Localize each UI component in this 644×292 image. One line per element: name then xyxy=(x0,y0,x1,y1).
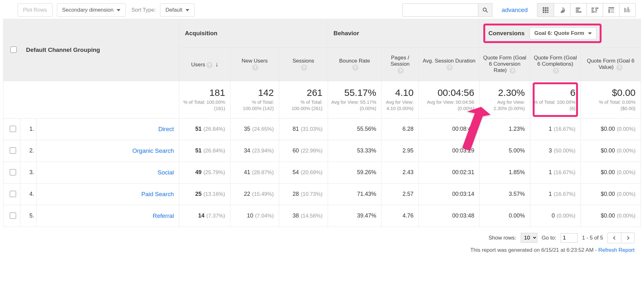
row-checkbox[interactable] xyxy=(10,169,16,175)
refresh-report-link[interactable]: Refresh Report xyxy=(598,247,635,253)
view-table-button[interactable] xyxy=(537,3,554,17)
svg-point-0 xyxy=(483,8,486,11)
goto-label: Go to: xyxy=(542,235,556,241)
col-users[interactable]: Users?↓ xyxy=(179,48,230,81)
plot-rows-button[interactable]: Plot Rows xyxy=(18,3,53,17)
group-behavior: Behavior xyxy=(328,19,480,48)
svg-rect-26 xyxy=(628,7,629,12)
svg-rect-22 xyxy=(610,9,614,11)
advanced-link[interactable]: advanced xyxy=(502,7,528,14)
view-pie-button[interactable] xyxy=(554,3,570,17)
view-cloud-button[interactable] xyxy=(619,3,636,17)
col-sessions[interactable]: Sessions? xyxy=(279,48,328,81)
sort-desc-icon: ↓ xyxy=(215,61,218,68)
col-new-users[interactable]: New Users? xyxy=(230,48,279,81)
svg-rect-10 xyxy=(547,12,548,13)
table-footer: Show rows: 10 Go to: 1 - 5 of 5 xyxy=(3,227,641,245)
view-pivot-button[interactable] xyxy=(603,3,619,17)
row-checkbox[interactable] xyxy=(10,191,16,197)
dimension-link[interactable]: Direct xyxy=(158,126,174,132)
row-range: 1 - 5 of 5 xyxy=(582,235,603,241)
view-comparison-button[interactable] xyxy=(586,3,603,17)
pie-icon xyxy=(559,7,565,13)
pager xyxy=(608,233,635,243)
svg-rect-2 xyxy=(543,7,544,9)
table-row: 3. Social 49(25.79%) 41(28.87%) 54(20.69… xyxy=(3,162,641,183)
table-row: 5. Referral 14(7.37%) 10(7.04%) 38(14.56… xyxy=(3,205,641,227)
dimension-link[interactable]: Paid Search xyxy=(142,191,174,197)
svg-line-1 xyxy=(486,11,487,13)
svg-rect-3 xyxy=(545,7,547,9)
help-icon[interactable]: ? xyxy=(252,64,258,71)
secondary-dimension-label: Secondary dimension xyxy=(62,7,114,13)
chevron-down-icon xyxy=(186,9,189,11)
dimension-link[interactable]: Organic Search xyxy=(132,147,174,154)
show-rows-select[interactable]: 10 xyxy=(521,233,537,243)
svg-rect-6 xyxy=(545,9,547,11)
svg-rect-17 xyxy=(595,9,597,11)
report-table: Default Channel Grouping Acquisition Beh… xyxy=(3,19,641,227)
svg-rect-18 xyxy=(591,11,595,13)
help-icon[interactable]: ? xyxy=(616,64,623,71)
bar-icon xyxy=(575,7,582,13)
svg-rect-11 xyxy=(576,8,580,9)
search-icon xyxy=(482,7,488,13)
comparison-icon xyxy=(591,7,598,13)
next-page-button[interactable] xyxy=(621,233,634,243)
help-icon[interactable]: ? xyxy=(301,64,307,71)
chevron-right-icon xyxy=(626,236,630,240)
chevron-down-icon xyxy=(117,9,120,11)
search-button[interactable] xyxy=(478,3,492,17)
dimension-link[interactable]: Social xyxy=(158,169,174,176)
view-mode-toggle xyxy=(537,3,636,17)
help-icon[interactable]: ? xyxy=(352,64,358,71)
svg-rect-12 xyxy=(576,9,579,11)
col-avg-dur[interactable]: Avg. Session Duration? xyxy=(419,48,480,81)
help-icon[interactable]: ? xyxy=(397,68,404,74)
row-checkbox[interactable] xyxy=(10,126,16,132)
col-goal-comp[interactable]: Quote Form (Goal 6 Completions)? xyxy=(530,48,581,81)
chevron-left-icon xyxy=(613,236,616,240)
group-conversions: Conversions Goal 6: Quote Form xyxy=(480,19,641,48)
row-checkbox[interactable] xyxy=(10,147,16,154)
table-row: 4. Paid Search 25(13.16%) 22(15.49%) 28(… xyxy=(3,183,641,205)
dimension-link[interactable]: Referral xyxy=(153,212,174,219)
col-pages[interactable]: Pages / Session? xyxy=(381,48,419,81)
svg-rect-19 xyxy=(595,11,597,13)
help-icon[interactable]: ? xyxy=(206,62,213,68)
svg-rect-15 xyxy=(595,8,598,9)
table-row: 1. Direct 51(26.84%) 35(24.65%) 81(31.03… xyxy=(3,118,641,140)
conversions-label: Conversions xyxy=(488,30,525,37)
view-bar-button[interactable] xyxy=(570,3,586,17)
svg-rect-13 xyxy=(576,11,581,13)
table-search xyxy=(402,3,492,17)
generated-text: This report was generated on 6/15/21 at … xyxy=(3,245,641,256)
help-icon[interactable]: ? xyxy=(509,68,516,74)
goto-input[interactable] xyxy=(561,233,578,243)
search-input[interactable] xyxy=(402,3,478,17)
chevron-down-icon xyxy=(588,32,592,35)
group-acquisition: Acquisition xyxy=(179,19,328,48)
col-goal-val[interactable]: Quote Form (Goal 6 Value) ? xyxy=(580,48,641,81)
select-all-checkbox[interactable] xyxy=(10,47,17,53)
sort-type-select[interactable]: Default xyxy=(160,3,195,17)
col-goal-rate[interactable]: Quote Form (Goal 6 Conversion Rate) ? xyxy=(480,48,530,81)
help-icon[interactable]: ? xyxy=(447,64,453,71)
row-checkbox[interactable] xyxy=(10,212,16,219)
show-rows-label: Show rows: xyxy=(489,235,516,241)
prev-page-button[interactable] xyxy=(608,233,621,243)
help-icon[interactable]: ? xyxy=(553,68,559,74)
svg-rect-27 xyxy=(629,9,630,12)
svg-rect-16 xyxy=(591,9,593,11)
col-bounce[interactable]: Bounce Rate? xyxy=(328,48,381,81)
svg-rect-8 xyxy=(543,12,544,13)
svg-rect-5 xyxy=(543,9,544,11)
table-row: 2. Organic Search 51(26.84%) 34(23.94%) … xyxy=(3,140,641,162)
goal-select[interactable]: Goal 6: Quote Form xyxy=(530,27,597,39)
svg-rect-14 xyxy=(591,8,594,9)
primary-dimension-header[interactable]: Default Channel Grouping xyxy=(20,19,179,81)
svg-rect-24 xyxy=(625,8,625,12)
secondary-dimension-select[interactable]: Secondary dimension xyxy=(57,3,126,17)
goal-select-value: Goal 6: Quote Form xyxy=(534,30,584,36)
table-toolbar: Plot Rows Secondary dimension Sort Type:… xyxy=(3,0,641,19)
